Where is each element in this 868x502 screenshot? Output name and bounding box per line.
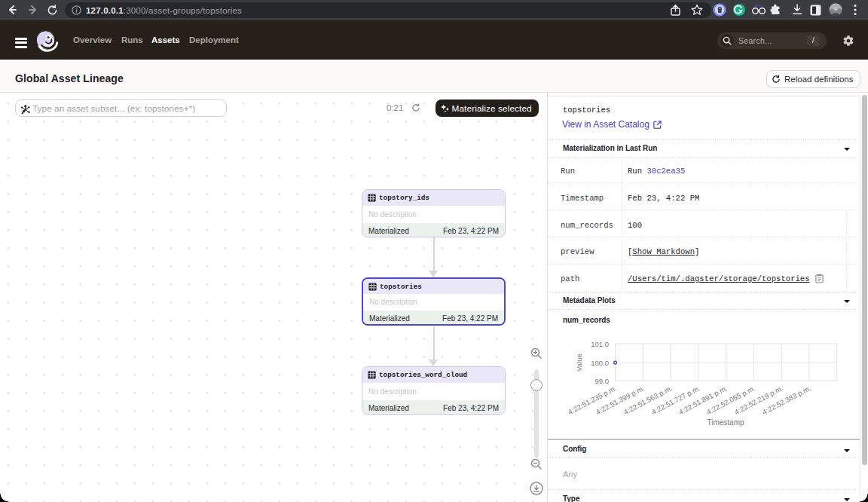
svg-text:Timestamp: Timestamp [707, 418, 744, 427]
svg-text:99.0: 99.0 [595, 377, 610, 385]
svg-text:101.0: 101.0 [591, 340, 609, 348]
svg-text:4:22:52.383 p.m.: 4:22:52.383 p.m. [761, 384, 812, 416]
svg-text:Value: Value [575, 354, 583, 372]
svg-text:100.0: 100.0 [591, 359, 609, 367]
